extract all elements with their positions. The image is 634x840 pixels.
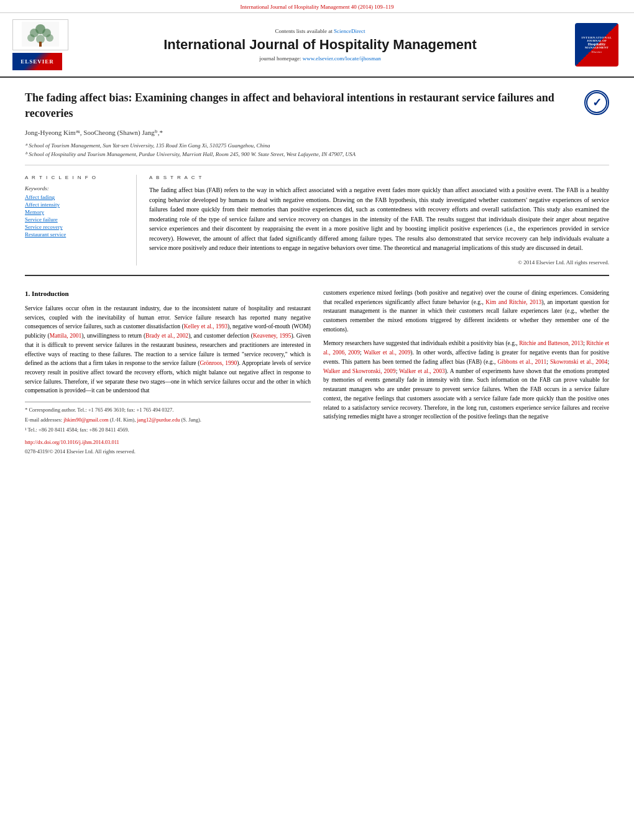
issn-line: 0278-4319/© 2014 Elsevier Ltd. All right…: [25, 448, 311, 456]
ref-gronroos-1990[interactable]: Grönroos, 1990: [200, 360, 237, 366]
email-2-link[interactable]: jang12@purdue.edu: [137, 417, 180, 423]
article-info: A R T I C L E I N F O Keywords: Affect f…: [25, 175, 137, 265]
affiliation-b: ᵇ School of Hospitality and Tourism Mana…: [25, 150, 578, 159]
ref-walker-2009[interactable]: Walker et al., 2009: [364, 349, 410, 356]
svg-rect-7: [39, 42, 42, 47]
ref-walker-skowronski-2009[interactable]: Walker and Skowronski, 2009: [323, 368, 396, 374]
keyword-memory[interactable]: Memory: [25, 209, 127, 215]
ref-skowronski-2004[interactable]: Skowronski et al., 2004: [550, 359, 607, 365]
contents-line: Contents lists available at ScienceDirec…: [68, 28, 572, 34]
ref-kelley-1993[interactable]: Kelley et al., 1993: [184, 323, 227, 330]
doi-link[interactable]: http://dx.doi.org/10.1016/j.ijhm.2014.03…: [25, 439, 119, 445]
keyword-affect-fading[interactable]: Affect fading: [25, 194, 127, 200]
affiliations: ᵃ School of Tourism Management, Sun Yat-…: [25, 142, 578, 159]
journal-center: Contents lists available at ScienceDirec…: [68, 28, 572, 62]
ref-ritchie-batteson-2013[interactable]: Ritchie and Batteson, 2013: [519, 340, 583, 346]
footnote-corresponding: * Corresponding author. Tel.: +1 765 496…: [25, 406, 311, 414]
article-title: The fading affect bias: Examining change…: [25, 90, 578, 121]
abstract-text: The fading affect bias (FAB) refers to t…: [149, 185, 609, 253]
main-content: The fading affect bias: Examining change…: [0, 78, 634, 468]
hospitality-badge: INTERNATIONAL JOURNAL OF Hospitality MAN…: [575, 23, 618, 67]
svg-point-6: [46, 34, 53, 42]
ref-mattila-2001[interactable]: Mattila, 2001: [50, 333, 82, 339]
homepage-link[interactable]: www.elsevier.com/locate/ijhosman: [303, 55, 381, 62]
footnote-1: ¹ Tel.: +86 20 8411 4584; fax: +86 20 84…: [25, 426, 311, 434]
journal-homepage: journal homepage: www.elsevier.com/locat…: [68, 55, 572, 62]
ref-keaveney-1995[interactable]: Keaveney, 1995: [253, 333, 292, 339]
right-para-2: Memory researchers have suggested that i…: [323, 339, 609, 421]
abstract-title: A B S T R A C T: [149, 175, 609, 180]
crossmark-badge: ✓: [584, 90, 609, 115]
elsevier-logo-text: ELSEVIER: [12, 53, 62, 70]
science-direct-link[interactable]: ScienceDirect: [334, 28, 365, 34]
and-text: and: [582, 405, 590, 411]
svg-point-4: [27, 34, 35, 42]
footnote-section: * Corresponding author. Tel.: +1 765 496…: [25, 402, 311, 435]
article-info-title: A R T I C L E I N F O: [25, 175, 127, 180]
col-right: customers experience mixed feelings (bot…: [323, 288, 609, 456]
journal-logo-left: ELSEVIER: [12, 19, 68, 70]
article-title-section: The fading affect bias: Examining change…: [25, 78, 609, 165]
keywords-list: Affect fading Affect intensity Memory Se…: [25, 194, 127, 238]
copyright: © 2014 Elsevier Ltd. All rights reserved…: [149, 259, 609, 265]
authors-text: Jong-Hyeong Kimᵃ¹, SooCheong (Shawn) Jan…: [25, 129, 163, 136]
ref-gibbons-2011[interactable]: Gibbons et al., 2011: [498, 359, 547, 365]
top-bar: International Journal of Hospitality Man…: [0, 0, 634, 13]
col-left: 1. Introduction Service failures occur o…: [25, 288, 311, 456]
footer-links: http://dx.doi.org/10.1016/j.ijhm.2014.03…: [25, 438, 311, 446]
keyword-affect-intensity[interactable]: Affect intensity: [25, 201, 127, 208]
abstract-section: A B S T R A C T The fading affect bias (…: [149, 175, 609, 265]
keyword-service-recovery[interactable]: Service recovery: [25, 224, 127, 230]
footnote-email: E-mail addresses: jhkim90@gmail.com (J.-…: [25, 416, 311, 424]
right-para-1: customers experience mixed feelings (bot…: [323, 288, 609, 335]
elsevier-box: [12, 19, 68, 50]
affiliation-a: ᵃ School of Tourism Management, Sun Yat-…: [25, 142, 578, 150]
svg-text:✓: ✓: [592, 96, 602, 109]
article-body: A R T I C L E I N F O Keywords: Affect f…: [25, 165, 609, 276]
keyword-restaurant-service[interactable]: Restaurant service: [25, 231, 127, 238]
ref-kim-ritchie-2013[interactable]: Kim and Ritchie, 2013: [485, 299, 541, 305]
keywords-title: Keywords:: [25, 185, 127, 192]
email-1-link[interactable]: jhkim90@gmail.com: [63, 417, 108, 423]
section-1-heading: 1. Introduction: [25, 288, 311, 299]
journal-logo-right: INTERNATIONAL JOURNAL OF Hospitality MAN…: [572, 23, 622, 67]
authors: Jong-Hyeong Kimᵃ¹, SooCheong (Shawn) Jan…: [25, 129, 578, 137]
journal-issue-label: International Journal of Hospitality Man…: [241, 4, 394, 10]
article-title-text: The fading affect bias: Examining change…: [25, 90, 578, 159]
keyword-service-failure[interactable]: Service failure: [25, 216, 127, 223]
article-columns: 1. Introduction Service failures occur o…: [25, 276, 609, 468]
ref-brady-2002[interactable]: Brady et al., 2002: [145, 333, 188, 339]
intro-para-1: Service failures occur often in the rest…: [25, 304, 311, 395]
journal-header: ELSEVIER Contents lists available at Sci…: [0, 13, 634, 78]
journal-title: International Journal of Hospitality Man…: [68, 37, 572, 53]
ref-walker-2003[interactable]: Walker et al., 2003: [399, 368, 445, 374]
